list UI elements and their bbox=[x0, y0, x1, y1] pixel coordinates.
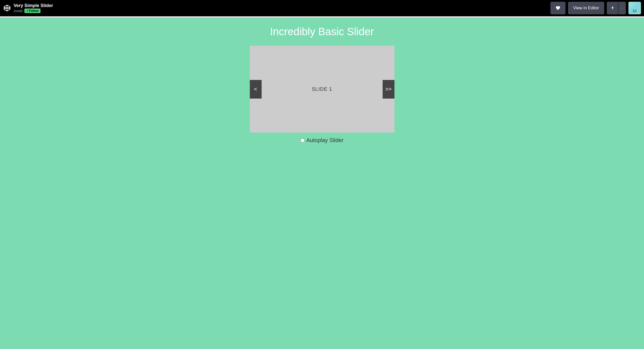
chevron-down-icon bbox=[621, 7, 624, 10]
view-in-editor-button[interactable]: View in Editor bbox=[568, 2, 604, 14]
slider-prev-button[interactable]: < bbox=[250, 80, 262, 99]
plus-icon: + bbox=[26, 9, 28, 13]
slider-heading: Incredibly Basic Slider bbox=[0, 26, 644, 38]
header-right: View in Editor bbox=[550, 2, 641, 14]
pin-button[interactable] bbox=[607, 2, 618, 14]
heart-button[interactable] bbox=[550, 2, 566, 14]
follow-label: Follow bbox=[29, 9, 38, 13]
codepen-logo-icon[interactable] bbox=[3, 4, 11, 12]
autoplay-label: Autoplay Slider bbox=[306, 137, 344, 144]
slider-next-button[interactable]: >> bbox=[383, 80, 394, 99]
follow-button[interactable]: + Follow bbox=[24, 9, 41, 13]
autoplay-control: Autoplay Slider bbox=[0, 137, 644, 144]
app-header: Very Simple Slider zuraiz + Follow View … bbox=[0, 0, 644, 16]
svg-point-3 bbox=[633, 10, 634, 11]
pin-dropdown-button[interactable] bbox=[618, 2, 626, 14]
pin-button-group bbox=[607, 2, 626, 14]
pin-icon bbox=[611, 6, 614, 10]
pen-info: Very Simple Slider zuraiz + Follow bbox=[14, 3, 53, 13]
slide-label: SLIDE 1 bbox=[312, 86, 332, 92]
svg-point-4 bbox=[635, 10, 636, 11]
avatar-face-icon bbox=[632, 9, 637, 12]
pen-title: Very Simple Slider bbox=[14, 3, 53, 9]
heart-icon bbox=[555, 6, 560, 11]
header-left: Very Simple Slider zuraiz + Follow bbox=[3, 3, 53, 13]
pen-meta: zuraiz + Follow bbox=[14, 9, 53, 13]
autoplay-checkbox[interactable] bbox=[301, 139, 304, 142]
user-avatar[interactable] bbox=[628, 2, 641, 14]
slider-container: < SLIDE 1 >> bbox=[250, 46, 394, 133]
pen-output: Incredibly Basic Slider < SLIDE 1 >> Aut… bbox=[0, 18, 644, 349]
pen-author[interactable]: zuraiz bbox=[14, 9, 23, 13]
